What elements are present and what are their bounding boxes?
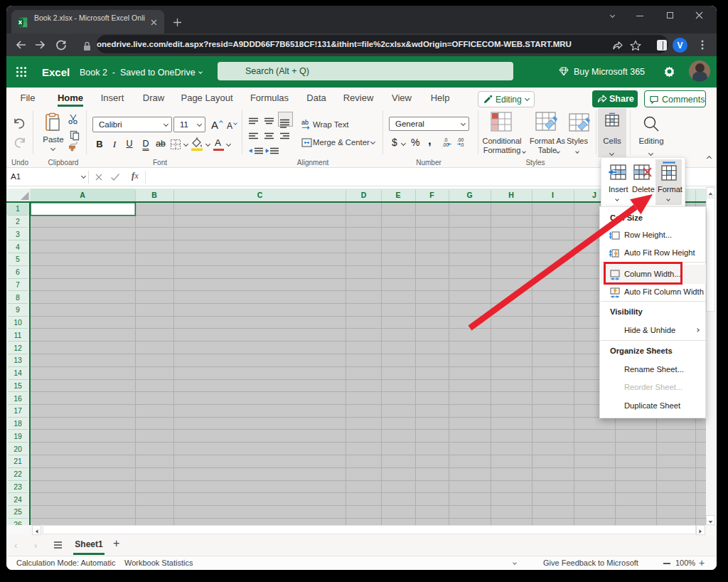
svg-text:22: 22	[14, 470, 22, 478]
svg-text:13: 13	[14, 356, 22, 364]
svg-text:23: 23	[14, 482, 22, 491]
svg-text:9: 9	[16, 305, 20, 314]
svg-text:11: 11	[14, 331, 22, 339]
svg-text:19: 19	[14, 432, 22, 440]
svg-text:20: 20	[14, 445, 22, 453]
svg-text:3: 3	[16, 230, 20, 238]
svg-text:4: 4	[16, 243, 20, 251]
svg-text:24: 24	[14, 495, 22, 504]
svg-text:21: 21	[14, 457, 22, 465]
svg-text:D: D	[361, 191, 367, 199]
svg-text:15: 15	[14, 381, 22, 390]
svg-text:16: 16	[14, 394, 22, 403]
svg-text:14: 14	[14, 369, 22, 377]
svg-text:8: 8	[16, 293, 20, 302]
svg-text:C: C	[257, 191, 263, 199]
svg-text:7: 7	[16, 280, 20, 289]
svg-text:10: 10	[14, 318, 22, 327]
svg-text:17: 17	[14, 406, 22, 415]
svg-text:1: 1	[16, 204, 20, 213]
svg-text:5: 5	[16, 255, 20, 263]
svg-text:2: 2	[16, 217, 20, 226]
svg-text:A: A	[80, 191, 85, 199]
svg-text:ab: ab	[301, 119, 309, 126]
svg-text:6: 6	[16, 268, 20, 276]
svg-text:25: 25	[14, 507, 22, 516]
svg-text:18: 18	[14, 419, 22, 428]
svg-text:B: B	[151, 191, 157, 199]
svg-text:E: E	[395, 191, 400, 199]
svg-text:12: 12	[14, 344, 22, 352]
svg-text:26: 26	[14, 520, 22, 525]
